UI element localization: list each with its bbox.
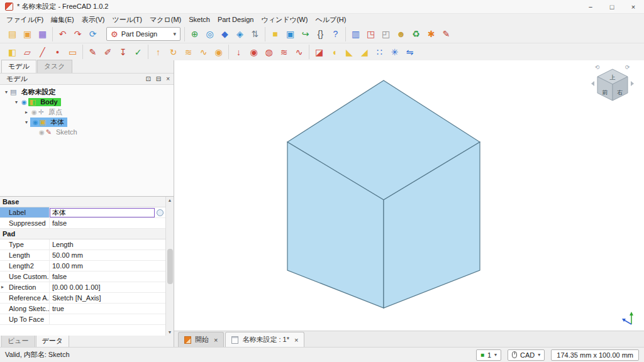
tree-item-sketch[interactable]: ◉ ✎ Sketch	[0, 127, 174, 137]
expander-icon[interactable]: ▾	[23, 119, 30, 125]
menu-item[interactable]: Sketch	[185, 15, 214, 24]
linear-pattern-button[interactable]: ∷	[372, 45, 387, 59]
navcube-arrow-right-icon[interactable]	[631, 81, 634, 86]
close-tab-icon[interactable]: ×	[213, 336, 218, 344]
float-panel-button[interactable]: ⊡	[145, 75, 150, 82]
visibility-eye-icon[interactable]: ◉	[21, 99, 27, 106]
layer-selector[interactable]: ■ 1 ▾	[476, 349, 501, 361]
draw-style-button[interactable]: ⇅	[248, 27, 262, 41]
property-tab[interactable]: ビュー	[1, 336, 35, 348]
pad-button[interactable]: ↑	[151, 45, 165, 59]
file-new-button[interactable]: ▤	[5, 27, 19, 41]
property-row-length2[interactable]: Length2 10.00 mm	[0, 261, 165, 272]
scrollbar-thumb[interactable]	[167, 249, 173, 284]
macros-button[interactable]: ◰	[379, 27, 393, 41]
draft-button[interactable]: ◢	[357, 45, 372, 59]
additive-helix-button[interactable]: ◉	[211, 45, 226, 59]
label-edit-input[interactable]	[50, 208, 155, 217]
expander-icon[interactable]: ▸	[1, 282, 8, 292]
menu-item[interactable]: 編集(E)	[47, 14, 78, 25]
property-row-use-custom[interactable]: Use Custom... false	[0, 272, 165, 282]
nav-style-selector[interactable]: CAD ▾	[508, 349, 545, 361]
subtractive-loft-button[interactable]: ≋	[277, 45, 291, 59]
redo-button[interactable]: ↷	[70, 27, 85, 41]
property-scrollbar[interactable]: ▲ ▼	[165, 197, 174, 336]
property-row-reference-axis[interactable]: Reference A... Sketch [N_Axis]	[0, 293, 165, 304]
expander-icon[interactable]: ▸	[23, 109, 30, 115]
property-row-suppressed[interactable]: Suppressed false	[0, 218, 165, 229]
menu-item[interactable]: マクロ(M)	[146, 14, 185, 25]
model-cube[interactable]	[174, 60, 644, 331]
tree-item-document[interactable]: ▾ ▤ 名称未設定	[0, 87, 174, 97]
maximize-button[interactable]: □	[601, 0, 623, 14]
property-tab[interactable]: データ	[36, 336, 70, 348]
navcube-arrow-left-icon[interactable]	[591, 81, 594, 86]
expression-button[interactable]: {}	[313, 27, 328, 41]
polar-pattern-button[interactable]: ✳	[387, 45, 402, 59]
revolution-button[interactable]: ↻	[166, 45, 180, 59]
addon-update-button[interactable]: ♻	[409, 27, 423, 41]
map-sketch-button[interactable]: ↧	[116, 45, 130, 59]
sketcher-button[interactable]: ✎	[439, 27, 453, 41]
property-row-type[interactable]: Type Length	[0, 239, 165, 250]
property-group-base[interactable]: Base	[0, 197, 165, 207]
close-button[interactable]: ×	[623, 0, 644, 14]
additive-sweep-button[interactable]: ∿	[196, 45, 211, 59]
property-row-length[interactable]: Length 50.00 mm	[0, 250, 165, 261]
chamfer-button[interactable]: ◣	[342, 45, 357, 59]
groove-button[interactable]: ◍	[262, 45, 276, 59]
pocket-button[interactable]: ↓	[231, 45, 246, 59]
file-open-button[interactable]: ▣	[20, 27, 35, 41]
menu-item[interactable]: ヘルプ(H)	[311, 14, 350, 25]
boolean-button[interactable]: ◪	[312, 45, 326, 59]
panel-tab[interactable]: タスク	[37, 60, 72, 73]
undo-button[interactable]: ↶	[55, 27, 70, 41]
visibility-eye-icon[interactable]: ◉	[31, 109, 37, 116]
rotate-cw-icon[interactable]: ⟳	[625, 64, 630, 70]
property-group-pad[interactable]: Pad	[0, 229, 165, 239]
additive-loft-button[interactable]: ≋	[181, 45, 196, 59]
create-group-button[interactable]: ▣	[283, 27, 297, 41]
3d-viewport[interactable]: ⟲ ⟳ 上 前 右	[174, 60, 644, 331]
create-part-button[interactable]: ■	[268, 27, 282, 41]
expression-editor-button[interactable]	[157, 209, 164, 216]
panel-tab[interactable]: モデル	[1, 60, 36, 73]
datum-point-button[interactable]: •	[50, 45, 65, 59]
property-row-along-sketch[interactable]: Along Sketc... true	[0, 304, 165, 314]
macro-record-button[interactable]: ◳	[364, 27, 378, 41]
subtractive-sweep-button[interactable]: ∿	[292, 45, 306, 59]
create-body-button[interactable]: ◧	[5, 45, 19, 59]
close-tab-icon[interactable]: ×	[293, 336, 298, 344]
fillet-button[interactable]: ◖	[327, 45, 341, 59]
refresh-button[interactable]: ⟳	[86, 27, 100, 41]
doc-tab-document[interactable]: 名称未設定 : 1* ×	[225, 332, 304, 347]
fit-all-button[interactable]: ⊕	[187, 27, 202, 41]
menu-item[interactable]: Part Design	[214, 15, 257, 24]
property-row-label[interactable]: Label	[0, 207, 165, 218]
datum-line-button[interactable]: ╱	[35, 45, 50, 59]
close-panel-button[interactable]: ×	[166, 75, 170, 82]
zoom-box-button[interactable]: ◈	[233, 27, 247, 41]
user-button[interactable]: ☻	[394, 27, 408, 41]
whats-this-button[interactable]: ?	[328, 27, 343, 41]
rotate-ccw-icon[interactable]: ⟲	[595, 64, 600, 70]
navigation-cube[interactable]: ⟲ ⟳ 上 前 右	[586, 63, 639, 104]
datum-plane-button[interactable]: ▱	[20, 45, 35, 59]
edit-sketch-button[interactable]: ✐	[101, 45, 115, 59]
doc-tab-start[interactable]: 開始 ×	[178, 332, 224, 347]
tree-item-pad[interactable]: ▾ ◉ ▣ 本体	[0, 117, 174, 127]
tree-item-origin[interactable]: ▸ ◉ ✛ 原点	[0, 107, 174, 117]
make-link-button[interactable]: ↪	[298, 27, 313, 41]
menu-item[interactable]: ウィンドウ(W)	[257, 14, 311, 25]
visibility-eye-icon[interactable]: ◉	[39, 129, 45, 136]
dock-panel-button[interactable]: ⊟	[156, 75, 161, 82]
menu-item[interactable]: ツール(T)	[108, 14, 146, 25]
expander-icon[interactable]: ▾	[3, 89, 10, 95]
property-row-up-to-face[interactable]: Up To Face	[0, 314, 165, 325]
property-row-direction[interactable]: ▸ Direction [0.00 0.00 1.00]	[0, 282, 165, 293]
scroll-up-icon[interactable]: ▲	[168, 198, 172, 202]
view-isometric-button[interactable]: ◆	[218, 27, 232, 41]
visibility-eye-icon[interactable]: ◉	[33, 119, 38, 126]
expander-icon[interactable]: ▾	[13, 99, 20, 105]
minimize-button[interactable]: −	[580, 0, 601, 14]
